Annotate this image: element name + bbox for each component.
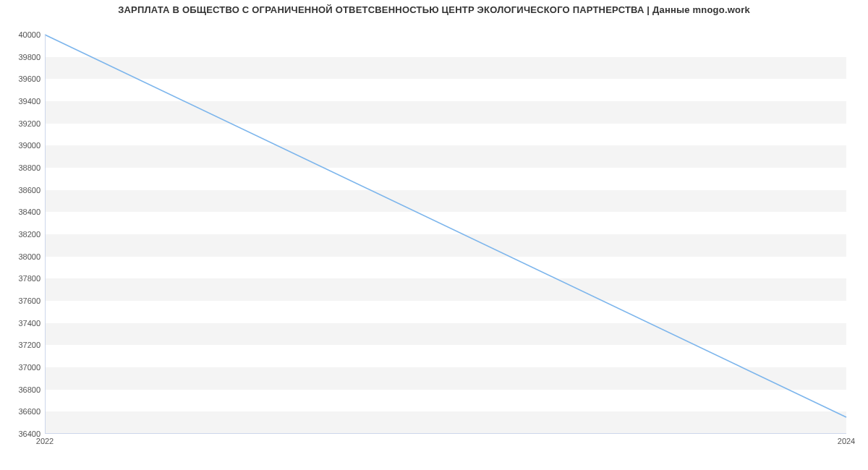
salary-chart: ЗАРПЛАТА В ОБЩЕСТВО С ОГРАНИЧЕННОЙ ОТВЕТ… xyxy=(0,0,868,470)
y-tick-label: 37400 xyxy=(3,319,41,328)
y-tick-label: 40000 xyxy=(3,30,41,39)
line-series xyxy=(45,35,846,434)
y-tick-label: 36800 xyxy=(3,385,41,394)
y-tick-label: 39600 xyxy=(3,74,41,83)
y-tick-label: 39000 xyxy=(3,141,41,150)
x-tick-label: 2022 xyxy=(36,437,54,445)
y-tick-label: 39800 xyxy=(3,53,41,61)
y-tick-label: 36400 xyxy=(3,430,41,438)
y-tick-label: 37800 xyxy=(3,274,41,283)
x-tick-label: 2024 xyxy=(838,437,855,445)
y-tick-label: 37200 xyxy=(3,341,41,349)
y-tick-label: 37600 xyxy=(3,296,41,305)
y-tick-label: 39200 xyxy=(3,119,41,128)
y-tick-label: 38800 xyxy=(3,163,41,172)
y-tick-label: 39400 xyxy=(3,97,41,106)
chart-title: ЗАРПЛАТА В ОБЩЕСТВО С ОГРАНИЧЕННОЙ ОТВЕТ… xyxy=(0,4,868,15)
y-tick-label: 37000 xyxy=(3,363,41,372)
y-tick-label: 38600 xyxy=(3,186,41,195)
y-tick-label: 38000 xyxy=(3,252,41,261)
y-tick-label: 38200 xyxy=(3,230,41,239)
x-axis-line xyxy=(45,433,846,434)
y-axis-line xyxy=(45,35,46,434)
y-tick-label: 38400 xyxy=(3,208,41,216)
plot-area xyxy=(45,35,846,434)
y-tick-label: 36600 xyxy=(3,407,41,416)
series-line xyxy=(45,35,846,417)
